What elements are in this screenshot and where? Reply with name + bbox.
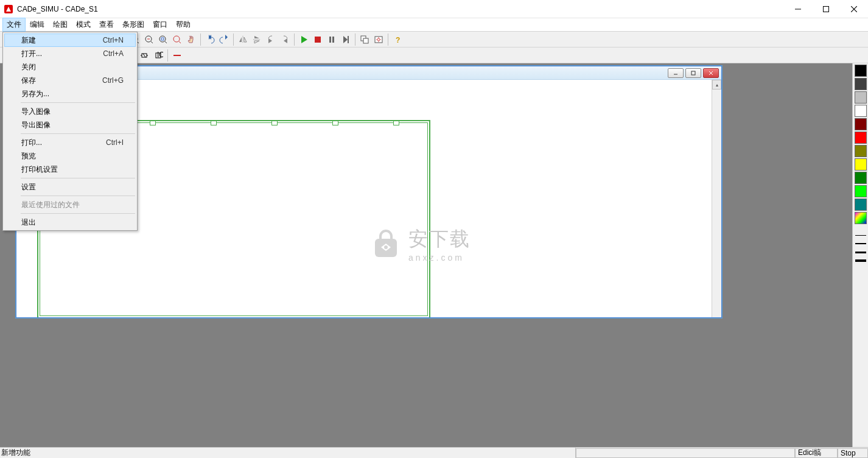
menu-item-shortcut: Ctrl+A [103, 49, 124, 58]
menu-item-15: 最近使用过的文件 [4, 198, 136, 211]
menu-item-3[interactable]: 保存Ctrl+G [4, 74, 136, 87]
menu-0[interactable]: 文件 [2, 18, 26, 32]
redo-icon[interactable] [217, 33, 231, 46]
menu-item-13[interactable]: 设置 [4, 180, 136, 194]
menu-separator [21, 213, 135, 214]
window-controls [784, 0, 868, 18]
zoom-window-icon[interactable] [170, 33, 184, 46]
color-swatch-6[interactable] [855, 145, 867, 157]
svg-rect-22 [315, 37, 321, 43]
doc-close-button[interactable] [703, 68, 719, 78]
svg-rect-1 [824, 6, 829, 12]
color-swatch-5[interactable] [855, 132, 867, 144]
minimize-button[interactable] [784, 0, 812, 18]
maximize-button[interactable] [812, 0, 840, 18]
stop-icon[interactable] [311, 33, 324, 46]
status-mode: Edici髇 [795, 448, 838, 458]
rotate-right-icon[interactable] [278, 33, 292, 46]
menu-item-7[interactable]: 导出图像 [4, 118, 136, 132]
doc-minimize-button[interactable] [668, 68, 684, 78]
color-swatch-10[interactable] [855, 199, 867, 211]
tool-symbol2-icon[interactable] [138, 49, 151, 62]
rotate-left-icon[interactable] [264, 33, 278, 46]
menu-item-label: 新建 [21, 35, 103, 46]
menu-4[interactable]: 查看 [95, 18, 118, 32]
settings-icon[interactable] [372, 33, 385, 46]
watermark-icon [369, 228, 402, 261]
svg-rect-23 [329, 37, 331, 43]
color-palette [852, 63, 868, 447]
menu-5[interactable]: 条形图 [118, 18, 149, 32]
menu-separator [21, 178, 135, 178]
svg-rect-24 [332, 37, 334, 43]
status-message: 新增功能 [0, 448, 576, 458]
svg-point-19 [159, 36, 166, 42]
menu-1[interactable]: 编辑 [26, 18, 49, 32]
menu-item-label: 导出图像 [21, 120, 124, 130]
vertical-scrollbar[interactable]: ▴ [712, 80, 721, 317]
svg-point-21 [173, 36, 180, 42]
color-swatch-9[interactable] [855, 185, 867, 197]
status-coords [576, 448, 795, 458]
play-icon[interactable] [297, 33, 310, 46]
menu-separator [21, 102, 135, 103]
menubar: 文件编辑绘图模式查看条形图窗口帮助 [0, 18, 868, 32]
line-weight-4[interactable] [855, 257, 867, 264]
toolbar-separator [233, 33, 234, 46]
menu-item-label: 退出 [21, 217, 124, 228]
color-swatch-rainbow[interactable] [855, 212, 867, 224]
scroll-up-button[interactable]: ▴ [712, 80, 721, 90]
menu-item-label: 打印... [21, 138, 106, 148]
color-swatch-3[interactable] [855, 105, 867, 117]
pause-icon[interactable] [325, 33, 338, 46]
menu-item-10[interactable]: 预览 [4, 149, 136, 163]
toolbar-separator [200, 33, 201, 46]
menu-item-1[interactable]: 打开...Ctrl+A [4, 47, 136, 60]
menu-2[interactable]: 绘图 [49, 18, 72, 32]
pan-icon[interactable] [184, 33, 198, 46]
menu-item-label: 另存为... [21, 89, 124, 99]
watermark-sub: anxz.com [408, 253, 471, 262]
menu-7[interactable]: 帮助 [172, 18, 195, 32]
close-button[interactable] [840, 0, 868, 18]
menu-3[interactable]: 模式 [72, 18, 95, 32]
menu-6[interactable]: 窗口 [149, 18, 172, 32]
color-swatch-8[interactable] [855, 172, 867, 184]
line-weight-3[interactable] [855, 248, 867, 256]
color-swatch-2[interactable] [855, 91, 867, 104]
svg-text:IO: IO [157, 51, 163, 59]
menu-item-label: 导入图像 [21, 107, 124, 117]
line-weight-2[interactable] [855, 240, 867, 247]
svg-rect-20 [161, 38, 164, 40]
menu-item-9[interactable]: 打印...Ctrl+I [4, 136, 136, 149]
color-swatch-0[interactable] [855, 65, 867, 77]
color-swatch-4[interactable] [855, 118, 867, 130]
menu-item-label: 保存 [21, 76, 102, 86]
menu-item-11[interactable]: 打印机设置 [4, 163, 136, 176]
zoom-out-icon[interactable] [142, 33, 156, 46]
menu-item-6[interactable]: 导入图像 [4, 105, 136, 118]
menu-item-shortcut: Ctrl+G [102, 76, 124, 85]
menu-item-0[interactable]: 新建Ctrl+N [4, 33, 136, 47]
line-weight-1[interactable] [855, 231, 867, 239]
step-icon[interactable] [339, 33, 352, 46]
undo-icon[interactable] [203, 33, 217, 46]
app-icon [4, 4, 13, 14]
status-state: Stop [838, 448, 868, 458]
mirror-h-icon[interactable] [236, 33, 250, 46]
menu-item-2[interactable]: 关闭 [4, 60, 136, 74]
color-swatch-1[interactable] [855, 78, 867, 90]
window-cascade-icon[interactable] [358, 33, 371, 46]
doc-maximize-button[interactable] [685, 68, 701, 78]
tool-symbol3-icon[interactable]: IO [152, 49, 165, 62]
zoom-fit-icon[interactable] [156, 33, 170, 46]
help-icon[interactable]: ? [391, 33, 404, 46]
svg-text:?: ? [396, 36, 400, 44]
svg-point-41 [384, 245, 388, 249]
mirror-v-icon[interactable] [250, 33, 264, 46]
menu-separator [21, 133, 135, 134]
tool-delete-icon[interactable] [170, 49, 184, 62]
menu-item-4[interactable]: 另存为... [4, 87, 136, 100]
menu-item-17[interactable]: 退出 [4, 216, 136, 229]
color-swatch-7[interactable] [855, 158, 867, 171]
